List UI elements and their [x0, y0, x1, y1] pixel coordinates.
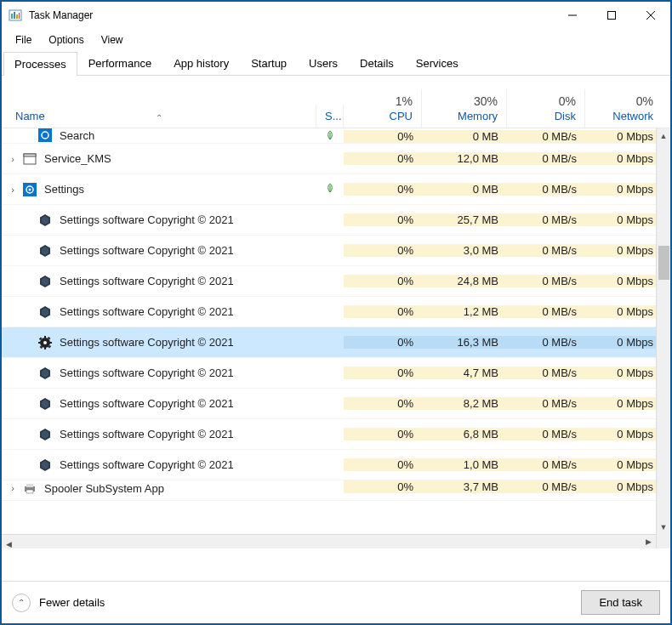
process-row[interactable]: Settings software Copyright © 20210%3,0 …: [2, 236, 670, 266]
disk-cell: 0 MB/s: [507, 183, 585, 196]
process-row[interactable]: ›Service_KMS0%12,0 MB0 MB/s0 Mbps: [2, 144, 670, 174]
mem-cell: 0 MB: [422, 183, 507, 196]
scroll-up-button[interactable]: ▲: [657, 128, 670, 143]
net-cell: 0 Mbps: [585, 213, 662, 226]
process-name: Search: [60, 129, 94, 142]
tab-details[interactable]: Details: [349, 51, 405, 75]
process-row[interactable]: Settings software Copyright © 20210%1,0 …: [2, 450, 670, 480]
blue-square-icon: [37, 128, 53, 143]
scroll-thumb[interactable]: [658, 246, 669, 280]
expand-chevron-icon[interactable]: ›: [7, 483, 19, 493]
disk-cell: 0 MB/s: [507, 275, 585, 287]
end-task-button[interactable]: End task: [581, 590, 660, 615]
fewer-details-button[interactable]: ⌃ Fewer details: [12, 594, 105, 612]
col-memory[interactable]: 30% Memory: [422, 89, 507, 128]
tab-startup[interactable]: Startup: [240, 51, 298, 75]
process-name: Settings software Copyright © 2021: [60, 458, 234, 471]
close-button[interactable]: [631, 2, 670, 29]
tab-performance[interactable]: Performance: [77, 51, 162, 75]
disk-cell: 0 MB/s: [507, 213, 585, 226]
col-disk[interactable]: 0% Disk: [507, 89, 585, 128]
disk-cell: 0 MB/s: [507, 397, 585, 410]
process-row[interactable]: Settings software Copyright © 20210%6,8 …: [2, 419, 670, 450]
vertical-scrollbar[interactable]: ▲ ▼: [656, 128, 670, 548]
process-row[interactable]: Settings software Copyright © 20210%8,2 …: [2, 389, 670, 419]
footer: ⌃ Fewer details End task: [2, 581, 670, 623]
tab-users[interactable]: Users: [298, 51, 349, 75]
process-name: Settings: [44, 183, 84, 196]
tab-processes[interactable]: Processes: [3, 52, 77, 76]
net-cell: 0 Mbps: [585, 480, 662, 493]
process-name: Settings software Copyright © 2021: [60, 213, 234, 226]
disk-cell: 0 MB/s: [507, 458, 585, 471]
process-name: Settings software Copyright © 2021: [60, 336, 234, 349]
expand-chevron-icon[interactable]: ›: [7, 154, 19, 164]
menu-options[interactable]: Options: [40, 31, 92, 49]
cpu-cell: 0%: [344, 428, 422, 440]
hex-icon: [37, 427, 53, 442]
process-row[interactable]: ›Settings0%0 MB0 MB/s0 Mbps: [2, 174, 670, 205]
process-name: Settings software Copyright © 2021: [60, 275, 234, 287]
scroll-down-button[interactable]: ▼: [657, 520, 670, 534]
scroll-left-button[interactable]: ◀: [2, 537, 16, 548]
tab-services[interactable]: Services: [405, 51, 470, 75]
cpu-cell: 0%: [344, 152, 422, 165]
net-cell: 0 Mbps: [585, 336, 662, 349]
disk-cell: 0 MB/s: [507, 130, 585, 143]
sort-indicator-icon: ⌃: [156, 113, 162, 122]
net-cell: 0 Mbps: [585, 275, 662, 287]
mem-cell: 3,0 MB: [422, 244, 507, 257]
net-cell: 0 Mbps: [585, 305, 662, 318]
mem-cell: 1,2 MB: [422, 305, 507, 318]
status-cell: [316, 183, 344, 196]
net-cell: 0 Mbps: [585, 458, 662, 471]
scroll-right-button[interactable]: ▶: [641, 535, 656, 548]
process-row[interactable]: Search0%0 MB0 MB/s0 Mbps: [2, 128, 670, 144]
expand-chevron-icon[interactable]: ›: [7, 185, 19, 195]
chevron-up-icon: ⌃: [12, 594, 31, 612]
col-name[interactable]: ⌃ Name: [2, 105, 316, 128]
disk-cell: 0 MB/s: [507, 305, 585, 318]
net-cell: 0 Mbps: [585, 366, 662, 379]
mem-cell: 16,3 MB: [422, 336, 507, 349]
disk-cell: 0 MB/s: [507, 366, 585, 379]
process-table: Search0%0 MB0 MB/s0 Mbps›Service_KMS0%12…: [2, 128, 670, 548]
process-name: Service_KMS: [44, 152, 111, 165]
mem-cell: 25,7 MB: [422, 213, 507, 226]
hex-icon: [37, 304, 53, 320]
cpu-cell: 0%: [344, 366, 422, 379]
process-name: Settings software Copyright © 2021: [60, 305, 234, 318]
cpu-cell: 0%: [344, 480, 422, 493]
net-cell: 0 Mbps: [585, 183, 662, 196]
process-name: Settings software Copyright © 2021: [60, 244, 234, 257]
cpu-cell: 0%: [344, 244, 422, 257]
svg-rect-1: [11, 14, 13, 19]
hex-icon: [37, 457, 53, 473]
cpu-cell: 0%: [344, 458, 422, 471]
mem-cell: 24,8 MB: [422, 275, 507, 287]
printer-icon: [22, 480, 37, 496]
process-row[interactable]: Settings software Copyright © 20210%16,3…: [2, 327, 670, 358]
process-row[interactable]: Settings software Copyright © 20210%1,2 …: [2, 297, 670, 327]
menu-file[interactable]: File: [7, 31, 40, 49]
col-status[interactable]: S...: [316, 105, 344, 128]
col-network[interactable]: 0% Network: [585, 89, 662, 128]
svg-rect-3: [16, 14, 18, 19]
menu-view[interactable]: View: [93, 31, 132, 49]
gear-black-icon: [37, 335, 53, 350]
process-row[interactable]: Settings software Copyright © 20210%24,8…: [2, 266, 670, 297]
minimize-button[interactable]: [553, 2, 592, 29]
process-row[interactable]: Settings software Copyright © 20210%4,7 …: [2, 358, 670, 389]
process-row[interactable]: ›Spooler SubSystem App0%3,7 MB0 MB/s0 Mb…: [2, 480, 670, 501]
maximize-button[interactable]: [592, 2, 631, 29]
svg-rect-4: [19, 13, 20, 19]
hex-icon: [37, 396, 53, 412]
tab-app-history[interactable]: App history: [162, 51, 240, 75]
process-row[interactable]: Settings software Copyright © 20210%25,7…: [2, 205, 670, 236]
net-cell: 0 Mbps: [585, 244, 662, 257]
horizontal-scrollbar[interactable]: ◀ ▶: [2, 534, 656, 548]
hex-icon: [37, 243, 53, 259]
menubar: File Options View: [2, 29, 670, 51]
col-cpu[interactable]: 1% CPU: [344, 89, 422, 128]
cpu-cell: 0%: [344, 336, 422, 349]
